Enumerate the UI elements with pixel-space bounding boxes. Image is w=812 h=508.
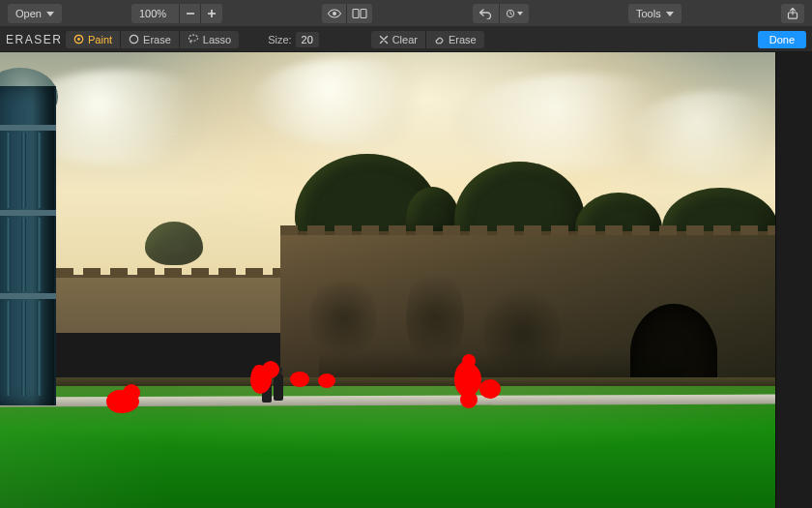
chevron-down-icon [46, 12, 54, 16]
mode-lasso-label: Lasso [203, 34, 231, 45]
zoom-level-dropdown[interactable]: 100% [131, 4, 180, 23]
mode-lasso-button[interactable]: Lasso [180, 31, 239, 48]
mode-paint-button[interactable]: Paint [66, 31, 121, 48]
minus-icon [185, 8, 196, 19]
eraser-mark [479, 379, 501, 399]
apply-erase-label: Erase [449, 34, 477, 45]
eraser-mark [318, 374, 335, 388]
eye-icon [327, 9, 342, 18]
plus-icon [206, 8, 218, 19]
open-label: Open [15, 8, 42, 19]
size-label: Size: [268, 34, 291, 45]
mode-paint-label: Paint [88, 34, 112, 45]
eraser-options-bar: ERASER Paint Erase Lasso Size: 20 Clear … [0, 27, 812, 52]
zoom-controls: 100% [131, 4, 222, 23]
tools-label: Tools [636, 8, 661, 19]
svg-rect-0 [187, 13, 194, 15]
top-toolbar: Open 100% Tools [0, 0, 812, 27]
tool-name-label: ERASER [6, 33, 60, 46]
share-button[interactable] [781, 4, 804, 23]
eraser-mark [290, 372, 309, 387]
svg-point-11 [188, 35, 197, 41]
split-compare-icon [352, 8, 367, 19]
svg-rect-4 [353, 9, 359, 17]
open-dropdown[interactable]: Open [8, 4, 62, 23]
paint-target-icon [73, 34, 84, 45]
tools-dropdown[interactable]: Tools [628, 4, 682, 23]
eraser-mark [123, 384, 140, 402]
mode-erase-label: Erase [143, 34, 171, 45]
history-dropdown[interactable] [500, 4, 529, 23]
erase-button[interactable]: Erase [426, 31, 484, 48]
preview-original-button[interactable] [322, 4, 347, 23]
svg-rect-5 [361, 9, 366, 17]
preview-toggle-group [322, 4, 372, 23]
eraser-icon [129, 34, 139, 45]
zoom-level-label: 100% [139, 8, 166, 19]
svg-rect-2 [211, 10, 213, 17]
zoom-in-button[interactable] [201, 4, 222, 23]
brush-size-control: Size: 20 [268, 32, 318, 47]
chevron-down-icon [517, 12, 523, 15]
clear-x-icon [379, 35, 389, 45]
mode-group: Paint Erase Lasso [66, 31, 239, 48]
chevron-down-icon [666, 12, 674, 16]
clear-button[interactable]: Clear [371, 31, 426, 48]
history-icon [506, 8, 515, 19]
split-preview-button[interactable] [347, 4, 372, 23]
history-controls [473, 4, 529, 23]
done-label: Done [769, 34, 795, 45]
eraser-mark [460, 391, 478, 408]
undo-button[interactable] [473, 4, 500, 23]
done-button[interactable]: Done [758, 31, 806, 48]
svg-point-9 [77, 38, 80, 41]
size-value-field[interactable]: 20 [296, 32, 319, 47]
canvas-area [0, 52, 812, 508]
undo-icon [478, 8, 492, 19]
photo-content [0, 52, 775, 508]
share-icon [786, 7, 799, 20]
mode-erase-button[interactable]: Erase [121, 31, 180, 48]
side-panel-collapsed [775, 52, 812, 508]
lasso-icon [188, 34, 199, 45]
zoom-out-button[interactable] [180, 4, 201, 23]
clear-label: Clear [392, 34, 418, 45]
svg-point-3 [333, 12, 336, 15]
action-group: Clear Erase [371, 31, 484, 48]
image-canvas[interactable] [0, 52, 775, 508]
svg-point-10 [130, 35, 137, 43]
apply-erase-icon [434, 34, 445, 45]
eraser-mark [262, 361, 279, 378]
